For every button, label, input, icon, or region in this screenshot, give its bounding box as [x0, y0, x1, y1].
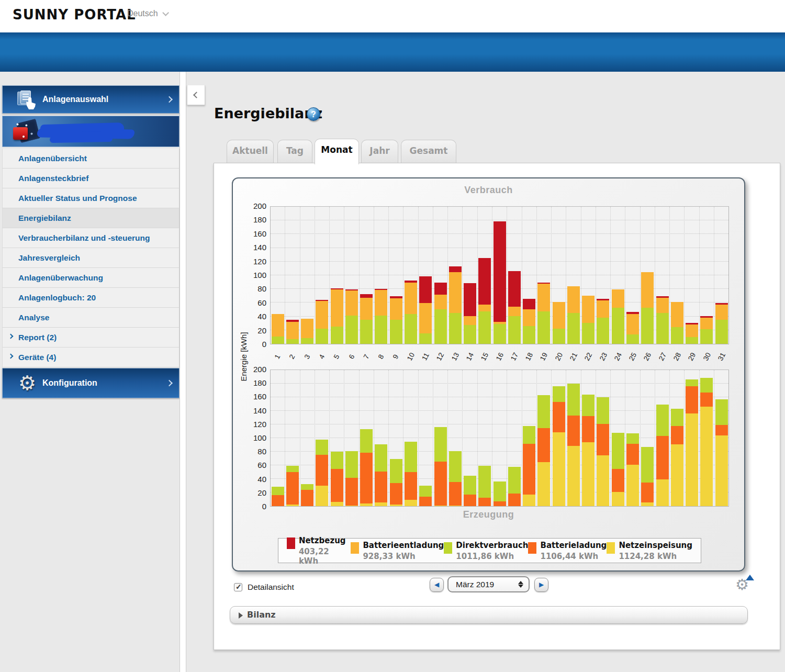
day-column — [625, 370, 640, 506]
day-column — [552, 207, 566, 344]
stacked-bar-day-31 — [715, 303, 728, 344]
x-tick-label: 9 — [389, 348, 403, 366]
day-column — [419, 207, 433, 344]
content-panel: Energie [kWh] Verbrauch02040608010012014… — [214, 163, 780, 650]
next-month-button[interactable]: ▶ — [534, 578, 548, 592]
sidebar-item-anlagen-bersicht[interactable]: Anlagenübersicht — [2, 149, 180, 169]
sidebar-item-energiebilanz[interactable]: Energiebilanz — [2, 208, 180, 228]
bar-segment-netzeinspeisung — [567, 446, 580, 506]
bar-segment-batterieladung — [626, 444, 639, 465]
stacked-bar-day-24 — [612, 433, 624, 506]
gridline — [271, 206, 728, 207]
stacked-bar-day-26 — [641, 272, 654, 344]
y-tick-label: 200 — [240, 201, 266, 210]
plant-selector-button[interactable]: Anlagenauswahl — [2, 85, 180, 114]
bar-segment-direktverbrauch — [375, 444, 387, 472]
bar-segment-batterieentladung — [286, 322, 299, 339]
day-column — [670, 207, 685, 344]
tab-tag[interactable]: Tag — [277, 140, 312, 163]
stacked-bar-day-12 — [434, 427, 447, 506]
tab-aktuell[interactable]: Aktuell — [227, 140, 274, 163]
stacked-bar-day-9 — [390, 459, 402, 506]
current-plant-card[interactable] — [2, 116, 180, 147]
bar-segment-direktverbrauch — [360, 429, 373, 453]
help-icon[interactable]: ? — [307, 107, 320, 121]
language-selector[interactable]: Deutsch — [127, 9, 167, 18]
detail-view-checkbox[interactable]: ✓ — [234, 583, 242, 591]
day-column — [285, 207, 300, 344]
day-column — [403, 207, 418, 344]
x-tick-label: 25 — [625, 348, 640, 366]
x-tick-label: 14 — [463, 348, 477, 366]
legend-swatch — [528, 542, 536, 554]
day-column — [374, 207, 389, 344]
tab-gesamt[interactable]: Gesamt — [401, 140, 456, 163]
app-logo: SUNNY PORTAL — [13, 7, 136, 23]
bar-segment-batterieladung — [671, 426, 683, 444]
sidebar-item-anlagensteckbrief[interactable]: Anlagensteckbrief — [2, 169, 180, 188]
bar-segment-direktverbrauch — [671, 409, 683, 426]
gridline — [271, 369, 728, 370]
day-column — [670, 370, 685, 506]
tab-monat[interactable]: Monat — [315, 139, 359, 164]
day-column — [344, 370, 359, 506]
legend-value: 1106,44 kWh — [540, 552, 607, 561]
legend-item-netzeinspeisung: Netzeinspeisung1124,28 kWh — [607, 541, 692, 561]
day-column — [478, 207, 492, 344]
detail-view-row: ✓ Detailansicht — [234, 579, 294, 595]
gridline — [271, 220, 728, 220]
bar-segment-netzeinspeisung — [405, 500, 417, 506]
sidebar-item-report-2-[interactable]: Report (2) — [2, 328, 180, 348]
day-column — [596, 370, 611, 506]
sidebar-item-verbraucherbilanz-und-steuerung[interactable]: Verbraucherbilanz und -steuerung — [2, 228, 180, 248]
bar-segment-direktverbrauch — [375, 316, 387, 344]
bar-segment-batterieladung — [464, 495, 476, 506]
day-column — [566, 207, 581, 344]
bar-segment-batterieladung — [508, 494, 521, 506]
day-column — [330, 370, 344, 506]
bar-segment-direktverbrauch — [597, 318, 609, 344]
sidebar-item-jahresvergleich[interactable]: Jahresvergleich — [2, 248, 180, 268]
y-tick-label: 120 — [240, 420, 266, 429]
y-tick-label: 80 — [240, 447, 266, 456]
sidebar-item-aktueller-status-und-prognose[interactable]: Aktueller Status und Prognose — [2, 188, 180, 208]
bar-segment-batterieladung — [494, 501, 506, 506]
bar-segment-batterieladung — [478, 498, 491, 506]
day-column — [271, 370, 285, 506]
bar-segment-direktverbrauch — [272, 337, 284, 344]
day-column — [403, 370, 418, 506]
legend-value: 1011,86 kWh — [456, 552, 528, 561]
plot-area-verbrauch — [270, 206, 729, 344]
bilanz-expander[interactable]: Bilanz — [230, 606, 748, 624]
previous-month-button[interactable]: ◀ — [430, 578, 444, 592]
month-select[interactable]: März 2019 — [447, 576, 530, 592]
bar-segment-batterieentladung — [301, 319, 313, 338]
bar-segment-batterieentladung — [641, 272, 654, 308]
bar-segment-direktverbrauch — [286, 466, 299, 472]
bar-segment-direktverbrauch — [553, 329, 565, 344]
x-tick-label: 6 — [344, 348, 358, 366]
sidebar-item-label: Verbraucherbilanz und -steuerung — [18, 233, 150, 242]
x-tick-label: 17 — [507, 348, 521, 366]
sidebar-item-ger-te-4-[interactable]: Geräte (4) — [2, 348, 180, 367]
sidebar-collapse-button[interactable] — [187, 85, 205, 105]
bar-segment-batterieentladung — [567, 286, 580, 312]
y-tick-label: 140 — [240, 243, 266, 252]
bar-segment-direktverbrauch — [390, 459, 402, 483]
sidebar-item-anlagen-berwachung[interactable]: Anlagenüberwachung — [2, 268, 180, 288]
konfiguration-button[interactable]: ⚙ Konfiguration — [2, 368, 180, 398]
chart-title: Erzeugung — [233, 509, 744, 520]
legend-label: Netzbezug — [299, 536, 351, 545]
bar-segment-direktverbrauch — [700, 378, 713, 393]
bar-segment-batterieentladung — [345, 290, 358, 316]
sidebar-item-analyse[interactable]: Analyse — [2, 308, 180, 328]
stacked-bar-day-30 — [700, 316, 713, 344]
chevron-down-icon — [162, 9, 169, 16]
bar-segment-batterieladung — [567, 416, 580, 446]
chart-settings-gear[interactable]: ⚙ — [735, 576, 753, 593]
tab-jahr[interactable]: Jahr — [361, 140, 398, 163]
sidebar-item-anlagenlogbuch-20[interactable]: Anlagenlogbuch: 20 — [2, 288, 180, 308]
bar-segment-direktverbrauch — [405, 442, 417, 472]
day-column — [566, 370, 581, 506]
sidebar-item-label: Anlagenübersicht — [18, 154, 87, 163]
